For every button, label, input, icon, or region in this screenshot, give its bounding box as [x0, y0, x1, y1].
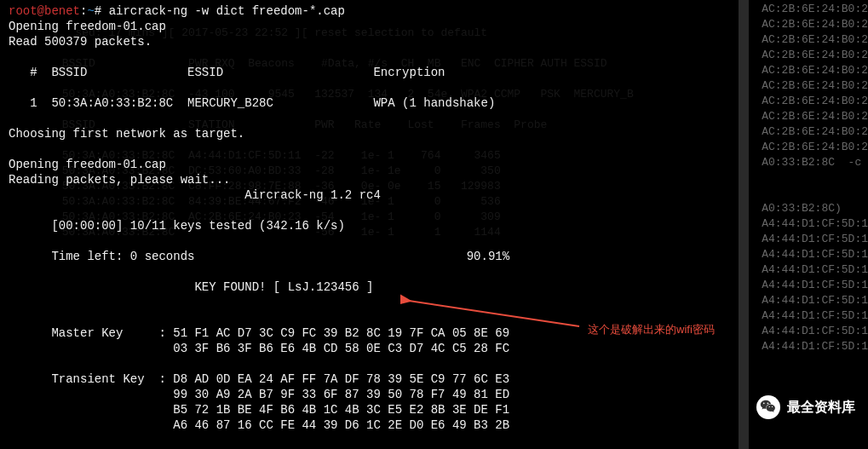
output-line: Choosing first network as target. — [9, 127, 244, 141]
output-transient-key: 99 30 A9 2A B7 9F 33 6F 87 39 50 78 F7 4… — [9, 388, 517, 401]
output-network-row: 1 50:3A:A0:33:B2:8C MERCURY_B28C WPA (1 … — [9, 96, 495, 110]
prompt-hash: # — [95, 4, 109, 18]
annotation-text: 这个是破解出来的wifi密码 — [588, 322, 715, 337]
terminal-window[interactable]: root@benet:~# aircrack-ng -w dict freedo… — [3, 0, 749, 449]
output-master-key: 03 3F B6 3F B6 E6 4B CD 58 0E C3 D7 4C C… — [9, 342, 517, 355]
watermark: 最全资料库 — [756, 395, 855, 419]
annotation-arrow — [400, 294, 588, 337]
output-time-left: Time left: 0 seconds 90.91% — [9, 250, 509, 263]
output-key-found: KEY FOUND! [ LsJ.123456 ] — [9, 280, 373, 294]
watermark-text: 最全资料库 — [787, 399, 855, 417]
prompt-path: ~ — [87, 4, 94, 18]
output-header: # BSSID ESSID Encryption — [9, 66, 445, 79]
wechat-icon — [756, 395, 780, 419]
command-text: aircrack-ng -w dict freedom-*.cap — [109, 4, 345, 18]
prompt-user: root — [9, 4, 37, 18]
background-mac-list: AC:2B:6E:24:B0:2 AC:2B:6E:24:B0:2 AC:2B:… — [762, 0, 868, 354]
prompt-at: @ — [37, 4, 44, 18]
output-line: Opening freedom-01.cap — [9, 20, 166, 33]
output-title: Aircrack-ng 1.2 rc4 — [9, 188, 381, 202]
svg-line-1 — [409, 301, 579, 326]
output-line: Opening freedom-01.cap — [9, 158, 166, 171]
output-progress: [00:00:00] 10/11 keys tested (342.16 k/s… — [9, 219, 352, 233]
output-line: Read 500379 packets. — [9, 35, 152, 49]
scrollbar[interactable] — [739, 0, 749, 449]
output-transient-key: B5 72 1B BE 4F B6 4B 1C 4B 3C E5 E2 8B 3… — [9, 403, 517, 417]
prompt-host: benet — [44, 4, 80, 18]
output-line: Reading packets, please wait... — [9, 173, 230, 187]
output-transient-key: Transient Key : D8 AD 0D EA 24 AF FF 7A … — [9, 372, 517, 386]
output-transient-key: A6 46 87 16 CC FE 44 39 D6 1C 2E D0 E6 4… — [9, 418, 517, 432]
